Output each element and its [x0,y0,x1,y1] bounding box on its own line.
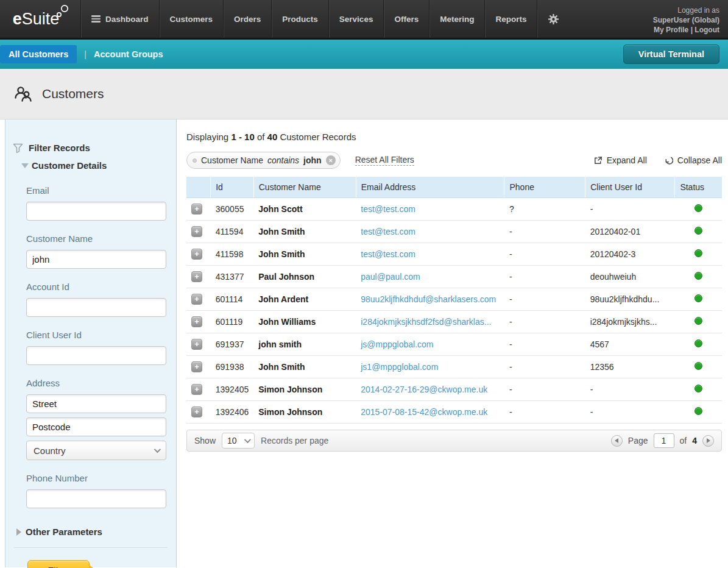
results-area: Displaying 1 - 10 of 40 Customer Records… [177,119,728,567]
email-link[interactable]: i284jokmjksjkhsdf2fsd@sharklas... [361,317,491,327]
remove-filter-icon[interactable]: × [326,155,336,165]
table-row: + 1392405 Simon Johnson 2014-02-27-16-29… [186,378,722,401]
cell-id: 601114 [211,288,254,311]
email-link[interactable]: test@test.com [361,204,415,214]
table-footer: Show 10 Records per page Page of 4 [186,430,722,452]
nav-item-customers[interactable]: Customers [159,0,224,38]
col-client-user-id: Client User Id [585,177,675,198]
expand-row-button[interactable]: + [191,384,202,395]
nav-item-metering[interactable]: Metering [429,0,484,38]
filter-button[interactable]: Filter [27,560,90,568]
virtual-terminal-button[interactable]: Virtual Terminal [623,44,719,64]
account-id-field[interactable] [26,298,166,317]
email-link[interactable]: js@mppglobal.com [361,339,433,349]
user-session-block: Logged in as SuperUser (Global) My Profi… [653,0,728,38]
tab-all-customers[interactable]: All Customers [0,45,77,63]
email-link[interactable]: 2015-07-08-15-42@ckwop.me.uk [361,407,487,417]
country-select[interactable]: Country [26,441,166,460]
page-label: Page [628,436,648,446]
gear-icon [548,13,559,25]
country-select-value: Country [34,446,66,456]
expand-all-label: Expand All [607,155,647,165]
customer-name-field[interactable] [26,250,166,269]
status-indicator [694,385,702,392]
client-user-id-field[interactable] [26,346,166,365]
cell-client-user-id: - [585,401,675,424]
nav-item-orders[interactable]: Orders [223,0,271,38]
cell-id: 1392406 [211,401,254,424]
nav-label: Customers [170,15,213,24]
email-link[interactable]: paul@paul.com [361,272,420,282]
cell-customer-name: Simon Johnson [253,401,356,424]
email-link[interactable]: test@test.com [361,249,415,259]
collapse-all-button[interactable]: Collapse All [664,155,722,165]
col-status: Status [675,177,722,198]
status-indicator [694,362,702,370]
nav-item-offers[interactable]: Offers [383,0,429,38]
tab-account-groups[interactable]: Account Groups [94,49,163,59]
phone-number-field[interactable] [26,489,166,508]
settings-gear-button[interactable] [537,0,570,38]
nav-item-reports[interactable]: Reports [484,0,537,38]
email-label: Email [26,185,166,196]
funnel-icon [13,143,23,153]
my-profile-link[interactable]: My Profile [654,26,688,34]
email-link[interactable]: test@test.com [361,227,415,236]
cell-client-user-id: 12356 [585,356,675,378]
filter-records-header: Filter Records [13,143,169,153]
expand-row-button[interactable]: + [191,316,202,327]
status-indicator [694,204,702,212]
nav-item-services[interactable]: Services [328,0,384,38]
logout-link[interactable]: Logout [694,26,719,34]
expand-row-button[interactable]: + [191,361,202,372]
table-row: + 360055 John Scott test@test.com ? - [186,198,722,221]
cell-id: 431377 [211,266,254,288]
cell-phone: - [504,356,585,378]
expand-all-button[interactable]: Expand All [593,155,647,165]
cell-customer-name: john smith [253,333,356,356]
account-id-label: Account Id [26,282,166,292]
email-field[interactable] [26,202,166,221]
results-range: 1 - 10 [231,132,254,142]
cell-phone: - [504,288,585,311]
page-size-select[interactable]: 10 [222,433,255,449]
cell-client-user-id: 20120402-3 [585,243,675,266]
section-customer-details[interactable]: Customer Details [21,160,169,171]
nav-item-dashboard[interactable]: Dashboard [80,0,159,38]
expand-row-button[interactable]: + [191,271,202,282]
expand-row-button[interactable]: + [191,249,202,260]
section-other-parameters[interactable]: Other Parameters [16,527,169,537]
cell-phone: - [504,401,585,424]
email-link[interactable]: 2014-02-27-16-29@ckwop.me.uk [361,385,487,394]
logo-bubbles-icon [54,4,70,18]
secondary-navigation: All Customers | Account Groups Virtual T… [0,40,728,69]
previous-page-button[interactable] [611,435,623,447]
chevron-down-icon [21,163,29,168]
page-number-input[interactable] [654,433,674,448]
nav-item-products[interactable]: Products [271,0,328,38]
section-label: Other Parameters [26,527,102,537]
records-per-page-label: Records per page [261,436,328,446]
of-label: of [680,436,687,446]
expand-row-button[interactable]: + [191,204,202,215]
cell-phone: - [504,333,585,356]
nav-label: Metering [440,15,474,24]
next-page-button[interactable] [702,435,714,447]
postcode-field[interactable] [26,417,166,436]
expand-row-button[interactable]: + [191,339,202,350]
esuite-logo[interactable]: eSuite [0,0,80,38]
status-indicator [694,249,702,257]
email-link[interactable]: js1@mppglobal.com [361,362,438,372]
expand-row-button[interactable]: + [191,294,202,305]
reset-all-filters-link[interactable]: Reset All Filters [355,155,414,166]
cell-id: 411594 [211,221,254,243]
expand-row-button[interactable]: + [191,406,202,417]
cell-id: 1392405 [211,378,254,401]
expand-row-button[interactable]: + [191,226,202,237]
status-indicator [694,272,702,280]
table-row: + 691937 john smith js@mppglobal.com - 4… [186,333,722,356]
status-indicator [694,407,702,415]
email-link[interactable]: 98uu2kljfhkdhduf@sharklasers.com [361,294,496,304]
street-field[interactable] [26,394,166,413]
expand-all-icon [593,156,603,165]
